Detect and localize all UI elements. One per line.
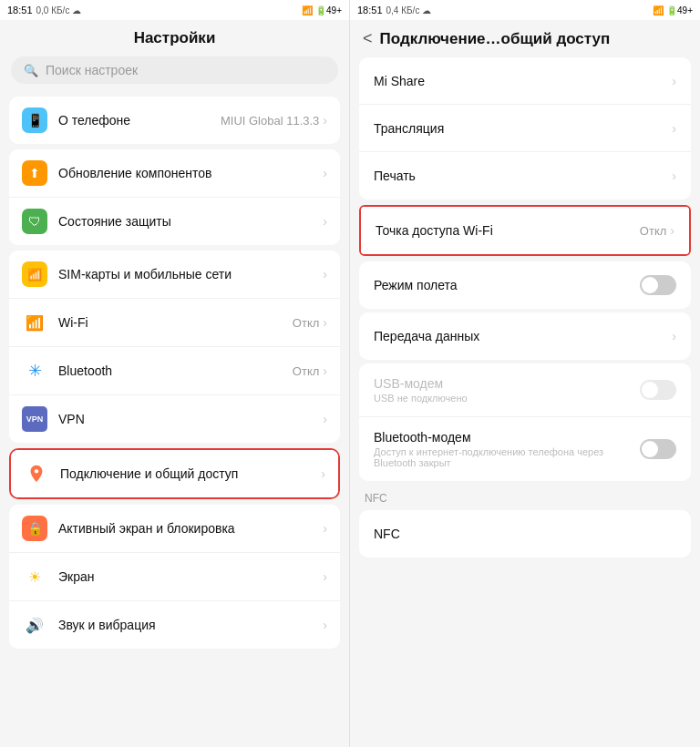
display-title: Экран — [58, 569, 95, 584]
bluetooth-modem-toggle[interactable] — [640, 439, 676, 459]
sim-title: SIM-карты и мобильные сети — [58, 267, 232, 281]
icon-sound: 🔊 — [22, 612, 47, 638]
hotspot-chevron: › — [670, 223, 674, 238]
row-display[interactable]: ☀ Экран › — [9, 553, 340, 601]
about-phone-status: MIUI Global 11.3.3 — [221, 114, 319, 128]
protection-title: Состояние защиты — [58, 214, 171, 229]
sound-chevron: › — [323, 618, 327, 632]
signal-icon-right: 📶 — [653, 5, 664, 15]
wifi-chevron: › — [323, 315, 327, 330]
right-panel: 18:51 0,4 КБ/с ☁ 📶 🔋49+ < Подключение…об… — [350, 0, 700, 747]
section-about: 📱 О телефоне MIUI Global 11.3.3 › — [9, 97, 340, 144]
icon-bluetooth: ✳ — [22, 358, 47, 384]
row-bluetooth[interactable]: ✳ Bluetooth Откл › — [9, 347, 340, 395]
vpn-chevron: › — [323, 412, 327, 426]
section-hotspot-highlighted: Точка доступа Wi-Fi Откл › — [359, 205, 691, 256]
row-about-phone[interactable]: 📱 О телефоне MIUI Global 11.3.3 › — [9, 97, 340, 144]
usb-modem-toggle — [640, 380, 676, 400]
section-device: 🔒 Активный экран и блокировка › ☀ Экран … — [9, 505, 340, 649]
cast-chevron: › — [672, 121, 676, 136]
mi-share-title: Mi Share — [374, 74, 425, 88]
display-chevron: › — [323, 569, 327, 584]
left-panel-content: 📱 О телефоне MIUI Global 11.3.3 › ⬆ Обно… — [0, 91, 349, 747]
icon-about-phone: 📱 — [22, 107, 47, 133]
icon-lockscreen: 🔒 — [22, 516, 47, 541]
nfc-title: NFC — [374, 527, 400, 541]
right-panel-title: Подключение…общий доступ — [380, 30, 611, 48]
row-print[interactable]: Печать › — [359, 152, 691, 200]
bluetooth-chevron: › — [323, 363, 327, 378]
status-bar-left: 18:51 0,0 КБ/с ☁ 📶 🔋49+ — [0, 0, 349, 20]
time-left: 18:51 — [7, 5, 33, 15]
cast-title: Трансляция — [374, 121, 444, 136]
status-right-left: 📶 🔋49+ — [302, 5, 342, 15]
mi-share-chevron: › — [672, 74, 676, 88]
section-data-transfer: Передача данных › — [359, 312, 691, 360]
search-bar[interactable]: 🔍 Поиск настроек — [11, 56, 338, 84]
vpn-badge-text: VPN — [23, 414, 47, 425]
about-phone-title: О телефоне — [58, 113, 130, 128]
row-wifi[interactable]: 📶 Wi-Fi Откл › — [9, 299, 340, 347]
nfc-label-wrapper: NFC — [350, 485, 700, 507]
time-right: 18:51 — [357, 5, 383, 15]
connection-title: Подключение и общий доступ — [60, 466, 238, 481]
row-sim[interactable]: 📶 SIM-карты и мобильные сети › — [9, 251, 340, 299]
wifi-status: Откл — [293, 316, 320, 330]
row-cast[interactable]: Трансляция › — [359, 105, 691, 152]
row-wifi-hotspot[interactable]: Точка доступа Wi-Fi Откл › — [361, 207, 689, 254]
data-transfer-title: Передача данных — [374, 329, 479, 343]
row-connection[interactable]: Подключение и общий доступ › — [11, 450, 338, 497]
icon-updates: ⬆ — [22, 160, 47, 186]
row-nfc[interactable]: NFC — [359, 510, 691, 558]
row-airplane[interactable]: Режим полета — [359, 261, 691, 309]
status-left: 18:51 0,0 КБ/с ☁ — [7, 5, 81, 15]
row-sound[interactable]: 🔊 Звук и вибрация › — [9, 601, 340, 649]
section-tethering: USB-модем USB не подключено Bluetooth-мо… — [359, 363, 691, 481]
section-updates: ⬆ Обновление компонентов › 🛡 Состояние з… — [9, 149, 340, 245]
vpn-title: VPN — [58, 412, 85, 426]
usb-modem-title: USB-модем — [374, 376, 640, 391]
about-phone-chevron: › — [323, 113, 327, 128]
row-vpn[interactable]: VPN VPN › — [9, 395, 340, 443]
row-data-transfer[interactable]: Передача данных › — [359, 312, 691, 360]
status-bar-right: 18:51 0,4 КБ/с ☁ 📶 🔋49+ — [350, 0, 700, 20]
section-connection-highlighted: Подключение и общий доступ › — [9, 448, 340, 499]
status-right-right: 📶 🔋49+ — [653, 5, 693, 15]
row-lockscreen[interactable]: 🔒 Активный экран и блокировка › — [9, 505, 340, 553]
status-right-left: 18:51 0,4 КБ/с ☁ — [357, 5, 431, 15]
right-panel-content: Mi Share › Трансляция › Печать › Т — [350, 54, 700, 747]
icon-wifi: 📶 — [22, 310, 47, 335]
print-title: Печать — [374, 169, 416, 183]
sound-title: Звук и вибрация — [58, 618, 156, 632]
signal-icon: 📶 — [302, 5, 313, 15]
section-top-items: Mi Share › Трансляция › Печать › — [359, 57, 691, 200]
updates-title: Обновление компонентов — [58, 166, 212, 180]
row-mi-share[interactable]: Mi Share › — [359, 57, 691, 105]
search-placeholder: Поиск настроек — [46, 63, 138, 77]
protection-chevron: › — [323, 214, 327, 229]
row-updates[interactable]: ⬆ Обновление компонентов › — [9, 149, 340, 198]
row-protection[interactable]: 🛡 Состояние защиты › — [9, 198, 340, 245]
nfc-section-label: NFC — [350, 485, 700, 507]
row-bluetooth-modem[interactable]: Bluetooth-модем Доступ к интернет-подклю… — [359, 417, 691, 481]
wifi-title: Wi-Fi — [58, 315, 88, 330]
search-icon: 🔍 — [24, 64, 38, 77]
hotspot-status: Откл — [640, 224, 667, 238]
row-usb-modem: USB-модем USB не подключено — [359, 363, 691, 417]
settings-title: Настройки — [0, 20, 349, 49]
lockscreen-chevron: › — [323, 521, 327, 536]
airplane-title: Режим полета — [374, 278, 458, 292]
back-button[interactable]: < — [363, 29, 373, 48]
lockscreen-title: Активный экран и блокировка — [58, 521, 235, 536]
sim-chevron: › — [323, 267, 327, 281]
icon-sim: 📶 — [22, 261, 47, 287]
battery-right: 🔋49+ — [666, 5, 693, 15]
network-left: 0,0 КБ/с ☁ — [36, 5, 82, 15]
left-panel: 18:51 0,0 КБ/с ☁ 📶 🔋49+ Настройки 🔍 Поис… — [0, 0, 350, 747]
bluetooth-title: Bluetooth — [58, 363, 112, 378]
icon-protection: 🛡 — [22, 209, 47, 234]
connection-chevron: › — [321, 466, 325, 481]
airplane-toggle[interactable] — [640, 275, 676, 295]
section-airplane: Режим полета — [359, 261, 691, 309]
print-chevron: › — [672, 169, 676, 183]
